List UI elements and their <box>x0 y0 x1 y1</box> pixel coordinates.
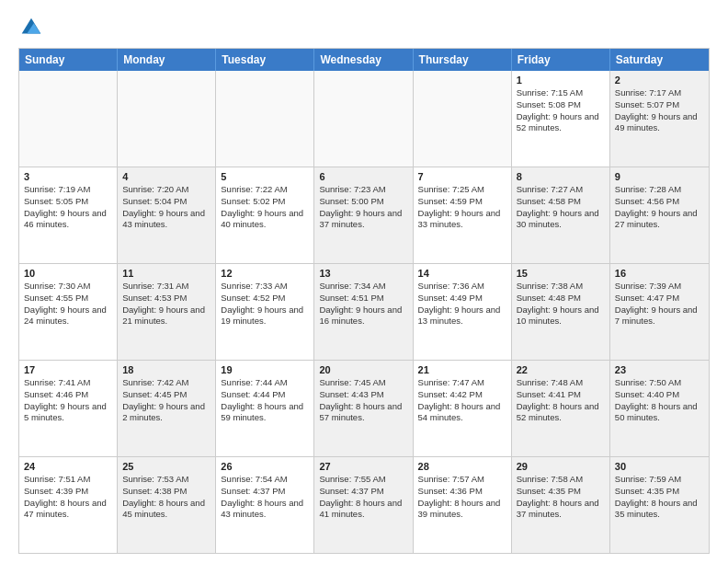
day-number: 19 <box>221 364 309 375</box>
day-cell-11: 11Sunrise: 7:31 AM Sunset: 4:53 PM Dayli… <box>118 264 216 360</box>
day-cell-17: 17Sunrise: 7:41 AM Sunset: 4:46 PM Dayli… <box>19 361 118 456</box>
day-number: 21 <box>418 364 506 375</box>
day-cell-24: 24Sunrise: 7:51 AM Sunset: 4:39 PM Dayli… <box>19 457 118 553</box>
day-cell-18: 18Sunrise: 7:42 AM Sunset: 4:45 PM Dayli… <box>118 361 216 456</box>
day-cell-8: 8Sunrise: 7:27 AM Sunset: 4:58 PM Daylig… <box>512 167 610 263</box>
day-info: Sunrise: 7:45 AM Sunset: 4:43 PM Dayligh… <box>319 377 407 424</box>
day-cell-2: 2Sunrise: 7:17 AM Sunset: 5:07 PM Daylig… <box>610 71 709 167</box>
day-number: 24 <box>24 461 112 472</box>
empty-cell-0-3 <box>314 71 413 167</box>
day-number: 12 <box>221 268 309 279</box>
day-number: 18 <box>122 364 210 375</box>
day-cell-12: 12Sunrise: 7:33 AM Sunset: 4:52 PM Dayli… <box>216 264 314 360</box>
day-number: 25 <box>122 461 210 472</box>
day-info: Sunrise: 7:34 AM Sunset: 4:51 PM Dayligh… <box>319 281 407 327</box>
day-info: Sunrise: 7:42 AM Sunset: 4:45 PM Dayligh… <box>122 377 210 424</box>
header-cell-sunday: Sunday <box>19 49 118 71</box>
day-number: 3 <box>24 171 112 182</box>
day-cell-14: 14Sunrise: 7:36 AM Sunset: 4:49 PM Dayli… <box>414 264 512 360</box>
day-number: 23 <box>615 364 704 375</box>
day-cell-29: 29Sunrise: 7:58 AM Sunset: 4:35 PM Dayli… <box>512 457 610 553</box>
calendar-header: SundayMondayTuesdayWednesdayThursdayFrid… <box>19 49 709 71</box>
day-number: 20 <box>319 364 407 375</box>
header-cell-tuesday: Tuesday <box>216 49 314 71</box>
day-number: 4 <box>122 171 210 182</box>
day-cell-19: 19Sunrise: 7:44 AM Sunset: 4:44 PM Dayli… <box>216 361 314 456</box>
day-info: Sunrise: 7:50 AM Sunset: 4:40 PM Dayligh… <box>615 377 704 424</box>
day-info: Sunrise: 7:30 AM Sunset: 4:55 PM Dayligh… <box>24 281 112 327</box>
logo <box>18 15 48 40</box>
day-info: Sunrise: 7:55 AM Sunset: 4:37 PM Dayligh… <box>319 474 407 521</box>
day-number: 6 <box>319 171 407 182</box>
day-info: Sunrise: 7:57 AM Sunset: 4:36 PM Dayligh… <box>418 474 506 521</box>
day-cell-9: 9Sunrise: 7:28 AM Sunset: 4:56 PM Daylig… <box>610 167 709 263</box>
empty-cell-0-0 <box>19 71 118 167</box>
day-info: Sunrise: 7:54 AM Sunset: 4:37 PM Dayligh… <box>221 474 309 521</box>
day-info: Sunrise: 7:25 AM Sunset: 4:59 PM Dayligh… <box>418 184 506 231</box>
day-cell-6: 6Sunrise: 7:23 AM Sunset: 5:00 PM Daylig… <box>314 167 413 263</box>
day-info: Sunrise: 7:53 AM Sunset: 4:38 PM Dayligh… <box>122 474 210 521</box>
day-info: Sunrise: 7:19 AM Sunset: 5:05 PM Dayligh… <box>24 184 112 231</box>
day-cell-22: 22Sunrise: 7:48 AM Sunset: 4:41 PM Dayli… <box>512 361 610 456</box>
day-info: Sunrise: 7:48 AM Sunset: 4:41 PM Dayligh… <box>517 377 605 424</box>
day-number: 30 <box>615 461 704 472</box>
logo-icon <box>18 15 44 40</box>
day-number: 26 <box>221 461 309 472</box>
day-number: 8 <box>517 171 605 182</box>
day-info: Sunrise: 7:39 AM Sunset: 4:47 PM Dayligh… <box>615 281 704 327</box>
header-cell-saturday: Saturday <box>610 49 709 71</box>
header-cell-monday: Monday <box>118 49 216 71</box>
day-number: 7 <box>418 171 506 182</box>
empty-cell-0-4 <box>414 71 512 167</box>
day-info: Sunrise: 7:47 AM Sunset: 4:42 PM Dayligh… <box>418 377 506 424</box>
header-cell-thursday: Thursday <box>414 49 512 71</box>
calendar-row-1: 3Sunrise: 7:19 AM Sunset: 5:05 PM Daylig… <box>19 167 709 263</box>
day-info: Sunrise: 7:41 AM Sunset: 4:46 PM Dayligh… <box>24 377 112 424</box>
calendar-row-3: 17Sunrise: 7:41 AM Sunset: 4:46 PM Dayli… <box>19 360 709 456</box>
day-number: 5 <box>221 171 309 182</box>
page: SundayMondayTuesdayWednesdayThursdayFrid… <box>0 0 728 563</box>
day-cell-7: 7Sunrise: 7:25 AM Sunset: 4:59 PM Daylig… <box>414 167 512 263</box>
day-info: Sunrise: 7:38 AM Sunset: 4:48 PM Dayligh… <box>517 281 605 327</box>
day-number: 29 <box>517 461 605 472</box>
day-info: Sunrise: 7:28 AM Sunset: 4:56 PM Dayligh… <box>615 184 704 231</box>
day-number: 13 <box>319 268 407 279</box>
day-cell-15: 15Sunrise: 7:38 AM Sunset: 4:48 PM Dayli… <box>512 264 610 360</box>
day-cell-13: 13Sunrise: 7:34 AM Sunset: 4:51 PM Dayli… <box>314 264 413 360</box>
day-cell-28: 28Sunrise: 7:57 AM Sunset: 4:36 PM Dayli… <box>414 457 512 553</box>
day-number: 9 <box>615 171 704 182</box>
header-cell-friday: Friday <box>512 49 610 71</box>
day-info: Sunrise: 7:33 AM Sunset: 4:52 PM Dayligh… <box>221 281 309 327</box>
day-number: 11 <box>122 268 210 279</box>
day-info: Sunrise: 7:27 AM Sunset: 4:58 PM Dayligh… <box>517 184 605 231</box>
day-info: Sunrise: 7:20 AM Sunset: 5:04 PM Dayligh… <box>122 184 210 231</box>
day-cell-4: 4Sunrise: 7:20 AM Sunset: 5:04 PM Daylig… <box>118 167 216 263</box>
day-info: Sunrise: 7:44 AM Sunset: 4:44 PM Dayligh… <box>221 377 309 424</box>
day-info: Sunrise: 7:36 AM Sunset: 4:49 PM Dayligh… <box>418 281 506 327</box>
day-info: Sunrise: 7:22 AM Sunset: 5:02 PM Dayligh… <box>221 184 309 231</box>
empty-cell-0-2 <box>216 71 314 167</box>
day-number: 27 <box>319 461 407 472</box>
day-cell-30: 30Sunrise: 7:59 AM Sunset: 4:35 PM Dayli… <box>610 457 709 553</box>
day-number: 10 <box>24 268 112 279</box>
day-number: 28 <box>418 461 506 472</box>
day-cell-20: 20Sunrise: 7:45 AM Sunset: 4:43 PM Dayli… <box>314 361 413 456</box>
day-number: 17 <box>24 364 112 375</box>
day-cell-1: 1Sunrise: 7:15 AM Sunset: 5:08 PM Daylig… <box>512 71 610 167</box>
day-info: Sunrise: 7:31 AM Sunset: 4:53 PM Dayligh… <box>122 281 210 327</box>
day-cell-16: 16Sunrise: 7:39 AM Sunset: 4:47 PM Dayli… <box>610 264 709 360</box>
day-info: Sunrise: 7:59 AM Sunset: 4:35 PM Dayligh… <box>615 474 704 521</box>
day-number: 15 <box>517 268 605 279</box>
header-cell-wednesday: Wednesday <box>314 49 413 71</box>
empty-cell-0-1 <box>118 71 216 167</box>
day-info: Sunrise: 7:58 AM Sunset: 4:35 PM Dayligh… <box>517 474 605 521</box>
day-cell-23: 23Sunrise: 7:50 AM Sunset: 4:40 PM Dayli… <box>610 361 709 456</box>
day-number: 16 <box>615 268 704 279</box>
day-cell-25: 25Sunrise: 7:53 AM Sunset: 4:38 PM Dayli… <box>118 457 216 553</box>
day-number: 2 <box>615 75 704 86</box>
calendar-row-0: 1Sunrise: 7:15 AM Sunset: 5:08 PM Daylig… <box>19 71 709 167</box>
calendar: SundayMondayTuesdayWednesdayThursdayFrid… <box>18 48 710 554</box>
calendar-row-2: 10Sunrise: 7:30 AM Sunset: 4:55 PM Dayli… <box>19 263 709 360</box>
day-cell-3: 3Sunrise: 7:19 AM Sunset: 5:05 PM Daylig… <box>19 167 118 263</box>
day-info: Sunrise: 7:23 AM Sunset: 5:00 PM Dayligh… <box>319 184 407 231</box>
